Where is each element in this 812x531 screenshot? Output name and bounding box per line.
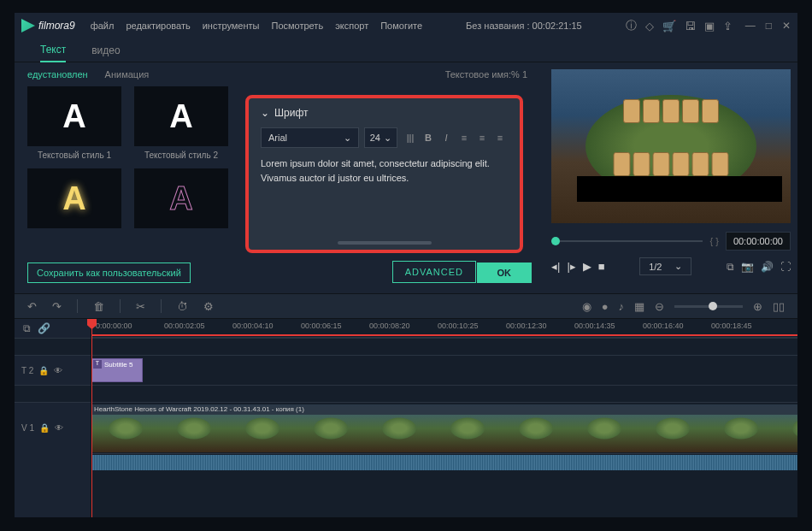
lock-icon[interactable]: 🔒 [38,366,49,375]
folder-icon[interactable]: ▣ [704,20,715,32]
font-size-select[interactable]: 24⌄ [364,127,397,148]
advanced-button[interactable]: ADVANCED [392,261,476,283]
main-menu: файл редактировать инструменты Посмотрет… [91,21,422,31]
play-button[interactable]: ▶ [583,260,591,273]
time-display: 00:00:00:00 [726,232,791,251]
user-icon[interactable]: ◇ [645,20,654,32]
menu-view[interactable]: Посмотреть [272,21,324,31]
prev-frame-button[interactable]: ◂| [551,260,560,273]
preview-video[interactable] [551,69,791,223]
tab-text[interactable]: Текст [40,38,66,62]
ok-button[interactable]: OK [477,263,533,283]
save-custom-button[interactable]: Сохранить как пользовательский [27,263,191,283]
layers-icon[interactable]: ⧉ [23,322,31,334]
tracks-area[interactable]: 0:00:00:00 00:00:02:05 00:00:04:10 00:00… [91,319,797,517]
menu-tools[interactable]: инструменты [203,21,260,31]
window-controls: — □ ✕ [745,20,791,32]
zoom-in-icon[interactable]: ⊕ [753,300,762,313]
track-label-v1[interactable]: V 1 🔒 👁 [15,402,91,453]
zoom-slider[interactable] [674,305,743,308]
track-label-t2[interactable]: T 2 🔒 👁 [15,355,91,385]
text-editor-panel: едустановлен Анимация Текстовое имя:% 1 … [15,62,544,293]
audio-track[interactable] [91,453,797,470]
lock-icon[interactable]: 🔒 [39,423,50,433]
scrubber-track[interactable] [551,240,703,242]
style-item-2[interactable]: A Текстовый стиль 2 [134,86,228,160]
stop-button[interactable]: ■ [598,260,605,273]
cut-icon[interactable]: ✂ [136,300,145,313]
timeline-toolbar: ↶ ↷ 🗑 ✂ ⏱ ⚙ ◉ ● ♪ ▦ ⊖ ⊕ ▯▯ [15,293,797,319]
upload-icon[interactable]: ⇪ [723,20,733,32]
text-content-area[interactable]: Lorem ipsum dolor sit amet, consectetur … [261,156,508,185]
playhead[interactable] [91,319,92,517]
line-height-icon[interactable]: ||| [403,128,418,147]
play-controls: ◂| |▸ ▶ ■ 1/2⌄ ⧉ 📷 🔊 ⛶ [551,257,791,275]
chevron-down-icon: ⌄ [384,133,391,144]
menu-file[interactable]: файл [91,21,115,31]
timer-icon[interactable]: ⏱ [177,300,188,313]
visibility-icon[interactable]: 👁 [55,423,63,433]
mixer-icon[interactable]: ♪ [619,300,625,313]
speed-select[interactable]: 1/2⌄ [639,257,691,275]
play-backward-button[interactable]: |▸ [567,260,575,273]
zoom-out-icon[interactable]: ⊖ [655,300,664,313]
logo: filmora9 [21,19,75,32]
style-thumb: A [134,86,228,146]
align-center-button[interactable]: ≡ [474,128,490,147]
fullscreen-icon[interactable]: ⛶ [780,261,791,273]
logo-text: filmora9 [38,20,75,32]
ruler-mark: 00:00:16:40 [643,322,684,330]
style-item-4[interactable]: A [134,168,228,233]
tab-video[interactable]: видео [91,39,120,62]
align-right-button[interactable]: ≡ [492,128,508,147]
font-panel-header[interactable]: Шрифт [261,107,508,119]
link-icon[interactable]: 🔗 [38,322,50,334]
menu-help[interactable]: Помогите [380,21,422,31]
volume-icon[interactable]: 🔊 [761,261,774,273]
font-family-select[interactable]: Arial⌄ [261,127,359,148]
horizontal-scrollbar[interactable] [338,241,432,245]
titlebar: filmora9 файл редактировать инструменты … [15,13,797,38]
timeline-ruler[interactable]: 0:00:00:00 00:00:02:05 00:00:04:10 00:00… [91,319,797,338]
menu-export[interactable]: экспорт [335,21,368,31]
ruler-mark: 00:00:08:20 [369,322,410,330]
video-track[interactable]: HearthStone Heroes of Warcraft 2019.02.1… [91,402,797,453]
marker-icon[interactable]: ◉ [582,300,591,313]
scrubber-handle[interactable] [551,237,560,245]
menu-edit[interactable]: редактировать [126,21,190,31]
preview-scrubber: { } 00:00:00:00 [551,232,791,251]
video-clip[interactable]: HearthStone Heroes of Warcraft 2019.02.1… [91,404,797,452]
delete-icon[interactable]: 🗑 [93,300,104,313]
minimize-button[interactable]: — [745,20,756,32]
undo-icon[interactable]: ↶ [27,300,37,313]
redo-icon[interactable]: ↷ [52,300,62,313]
bold-button[interactable]: B [421,128,436,147]
snapshot-icon[interactable]: 📷 [741,261,754,273]
align-left-button[interactable]: ≡ [456,128,472,147]
italic-button[interactable]: I [438,128,454,147]
zoom-handle[interactable] [709,302,717,310]
visibility-icon[interactable]: 👁 [54,366,62,375]
fit-icon[interactable]: ▯▯ [773,300,785,313]
info-icon[interactable]: ⓘ [626,18,637,33]
maximize-button[interactable]: □ [766,20,772,32]
preview-panel: { } 00:00:00:00 ◂| |▸ ▶ ■ 1/2⌄ ⧉ 📷 🔊 ⛶ [544,62,797,293]
record-icon[interactable]: ● [602,300,609,313]
cart-icon[interactable]: 🛒 [662,20,676,32]
link-icons: ⧉ 🔗 [15,319,91,338]
ruler-mark: 00:00:02:05 [164,322,205,330]
subtitle-clip[interactable]: Subtitle 5 [91,358,143,382]
style-item-1[interactable]: A Текстовый стиль 1 [27,86,121,160]
display-icon[interactable]: ⧉ [727,261,734,273]
font-panel: Шрифт Arial⌄ 24⌄ ||| B I ≡ ≡ ≡ Lorem ips… [245,95,523,253]
close-button[interactable]: ✕ [782,20,791,32]
chevron-down-icon: ⌄ [344,133,351,144]
adjust-icon[interactable]: ⚙ [203,300,214,313]
subtab-preset[interactable]: едустановлен [27,69,88,80]
save-icon[interactable]: 🖫 [685,20,696,32]
text-track[interactable]: Subtitle 5 [91,355,797,385]
style-item-3[interactable]: A [27,168,121,233]
text-line-1: Lorem ipsum dolor sit amet, consectetur … [261,156,508,171]
options-icon[interactable]: ▦ [634,300,644,313]
subtab-animation[interactable]: Анимация [105,69,150,80]
